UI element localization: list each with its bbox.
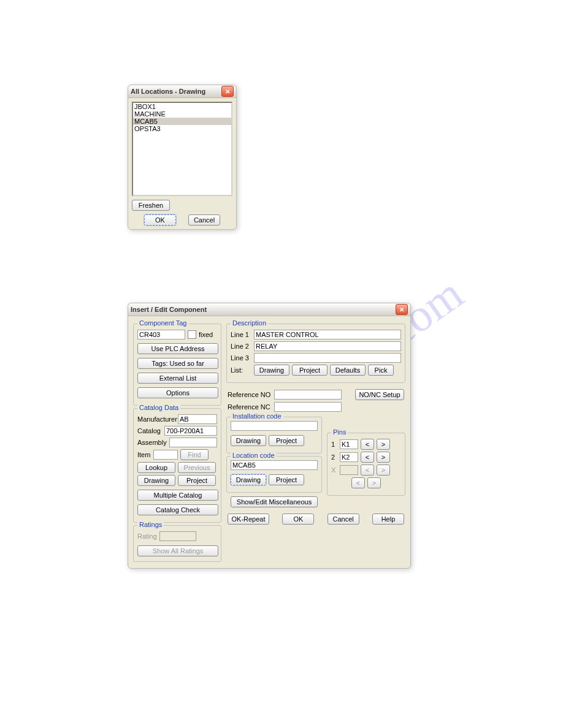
desc-project-button[interactable]: Project bbox=[292, 365, 327, 376]
manufacturer-input[interactable] bbox=[178, 414, 217, 424]
all-locations-dialog: All Locations - Drawing ✕ JBOX1 MACHINE … bbox=[128, 85, 237, 230]
group-legend: Catalog Data bbox=[137, 404, 180, 411]
assembly-label: Assembly bbox=[137, 439, 167, 446]
pin-x-input bbox=[340, 465, 358, 475]
group-legend: Ratings bbox=[137, 521, 164, 528]
tags-used-button[interactable]: Tags: Used so far bbox=[137, 358, 218, 369]
pin-1-input[interactable] bbox=[340, 439, 358, 449]
desc-pick-button[interactable]: Pick bbox=[368, 365, 394, 376]
line3-label: Line 3 bbox=[231, 354, 251, 362]
installation-code-input[interactable] bbox=[231, 421, 318, 431]
location-code-group: Location code Drawing Project bbox=[226, 456, 322, 493]
manufacturer-label: Manufacturer bbox=[137, 415, 175, 423]
catalog-input[interactable] bbox=[164, 426, 217, 436]
reference-no-label: Reference NO bbox=[228, 391, 272, 398]
assembly-input[interactable] bbox=[169, 438, 217, 447]
installation-code-group: Installation code Drawing Project bbox=[226, 417, 322, 453]
cancel-button[interactable]: Cancel bbox=[188, 214, 220, 226]
use-plc-button[interactable]: Use PLC Address bbox=[137, 343, 218, 354]
pin-2-input[interactable] bbox=[340, 452, 358, 462]
list-item[interactable]: OPSTA3 bbox=[133, 125, 231, 132]
pins-nav-left-button: < bbox=[351, 477, 365, 488]
desc-defaults-button[interactable]: Defaults bbox=[330, 365, 366, 376]
lookup-button[interactable]: Lookup bbox=[137, 462, 175, 473]
fixed-label: fixed bbox=[199, 331, 213, 338]
list-item[interactable]: JBOX1 bbox=[133, 103, 231, 110]
location-project-button[interactable]: Project bbox=[269, 474, 304, 485]
show-all-ratings-button: Show All Ratings bbox=[137, 545, 218, 556]
catalog-label: Catalog bbox=[137, 427, 162, 434]
cancel-button[interactable]: Cancel bbox=[327, 514, 359, 525]
catalog-data-group: Catalog Data Manufacturer Catalog Assemb… bbox=[133, 408, 221, 523]
catalog-project-button[interactable]: Project bbox=[178, 475, 216, 486]
pin-2-right-button[interactable]: > bbox=[377, 452, 390, 463]
fixed-checkbox[interactable] bbox=[188, 330, 196, 339]
titlebar: Insert / Edit Component ✕ bbox=[128, 303, 410, 316]
close-icon[interactable]: ✕ bbox=[221, 86, 234, 97]
location-drawing-button[interactable]: Drawing bbox=[231, 474, 266, 485]
previous-button: Previous bbox=[178, 462, 216, 473]
reference-nc-input[interactable] bbox=[274, 402, 342, 412]
line2-input[interactable] bbox=[254, 341, 401, 351]
ok-button[interactable]: OK bbox=[144, 214, 176, 226]
close-icon[interactable]: ✕ bbox=[396, 304, 408, 315]
line3-input[interactable] bbox=[254, 353, 401, 363]
rating-label: Rating bbox=[137, 533, 157, 540]
list-label: List: bbox=[231, 366, 251, 374]
item-label: Item bbox=[137, 451, 151, 458]
line1-input[interactable] bbox=[254, 330, 401, 339]
pin-x-right-button: > bbox=[377, 464, 390, 476]
reference-nc-label: Reference NC bbox=[228, 403, 272, 411]
catalog-check-button[interactable]: Catalog Check bbox=[137, 504, 218, 515]
group-legend: Component Tag bbox=[137, 319, 188, 327]
component-tag-input[interactable] bbox=[137, 330, 185, 339]
external-list-button[interactable]: External List bbox=[137, 373, 218, 384]
catalog-drawing-button[interactable]: Drawing bbox=[137, 475, 175, 486]
line1-label: Line 1 bbox=[231, 331, 251, 338]
pin-x-left-button: < bbox=[361, 464, 374, 476]
multiple-catalog-button[interactable]: Multiple Catalog bbox=[137, 490, 218, 501]
location-code-input[interactable] bbox=[231, 460, 318, 470]
insert-edit-component-dialog: Insert / Edit Component ✕ Component Tag … bbox=[128, 303, 411, 569]
titlebar: All Locations - Drawing ✕ bbox=[128, 85, 236, 98]
ok-repeat-button[interactable]: OK-Repeat bbox=[228, 514, 269, 525]
reference-no-input[interactable] bbox=[274, 390, 342, 400]
pin-x-label: X bbox=[331, 466, 337, 474]
pins-group: Pins 1 < > 2 < > bbox=[327, 433, 405, 496]
desc-drawing-button[interactable]: Drawing bbox=[254, 365, 289, 376]
group-legend: Pins bbox=[331, 428, 348, 436]
find-button: Find bbox=[180, 449, 209, 460]
pin-2-num: 2 bbox=[331, 453, 337, 461]
install-project-button[interactable]: Project bbox=[269, 435, 304, 446]
pin-2-left-button[interactable]: < bbox=[361, 452, 374, 463]
dialog-title: Insert / Edit Component bbox=[131, 306, 396, 313]
pins-nav-right-button: > bbox=[367, 477, 381, 488]
dialog-title: All Locations - Drawing bbox=[131, 88, 221, 95]
help-button[interactable]: Help bbox=[372, 514, 404, 525]
locations-listbox[interactable]: JBOX1 MACHINE MCAB5 OPSTA3 bbox=[132, 102, 232, 196]
list-item[interactable]: MCAB5 bbox=[133, 118, 231, 125]
rating-input bbox=[159, 531, 196, 541]
item-input[interactable] bbox=[153, 450, 178, 460]
list-item[interactable]: MACHINE bbox=[133, 110, 231, 118]
ok-button[interactable]: OK bbox=[282, 514, 314, 525]
line2-label: Line 2 bbox=[231, 343, 251, 350]
options-button[interactable]: Options bbox=[137, 387, 218, 398]
component-tag-group: Component Tag fixed Use PLC Address Tags… bbox=[133, 324, 221, 406]
group-legend: Installation code bbox=[231, 412, 283, 420]
install-drawing-button[interactable]: Drawing bbox=[231, 435, 266, 446]
group-legend: Location code bbox=[231, 452, 277, 459]
description-group: Description Line 1 Line 2 Line 3 Lis bbox=[226, 324, 405, 383]
pin-1-left-button[interactable]: < bbox=[361, 439, 374, 450]
group-legend: Description bbox=[231, 319, 268, 327]
ratings-group: Ratings Rating Show All Ratings bbox=[133, 525, 221, 562]
show-edit-misc-button[interactable]: Show/Edit Miscellaneous bbox=[231, 496, 318, 507]
pin-1-right-button[interactable]: > bbox=[377, 439, 390, 450]
freshen-button[interactable]: Freshen bbox=[132, 200, 170, 211]
pin-1-num: 1 bbox=[331, 441, 337, 448]
nonc-setup-button[interactable]: NO/NC Setup bbox=[355, 389, 404, 400]
